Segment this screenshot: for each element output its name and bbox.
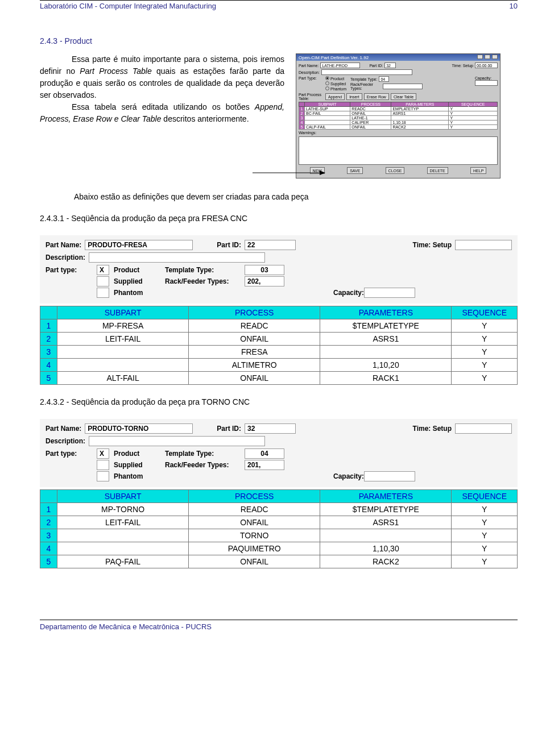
table-seq1: SUBPART PROCESS PARAMETERS SEQUENCE 1MP-…	[40, 306, 518, 385]
th-parameters: PARA-METERS	[391, 102, 449, 107]
value-capacity	[364, 471, 415, 481]
label-part-name: Part Name:	[299, 64, 318, 68]
table-row: 3TORNOY	[40, 529, 518, 542]
label-part-id: Part ID:	[217, 241, 241, 249]
table-row: 5ALT-FAILONFAILRACK1Y	[40, 372, 518, 385]
button-erase-row[interactable]: Erase Row	[364, 93, 389, 100]
section-title: 2.4.3 - Product	[40, 36, 518, 45]
value-x: X	[97, 265, 109, 275]
label-template-type: Template Type:	[165, 450, 245, 458]
close-icon[interactable]	[492, 55, 498, 59]
value-x3	[97, 471, 109, 481]
value-rack-feeder: 202,	[245, 276, 284, 286]
label-phantom: Phantom	[114, 472, 165, 480]
value-part-id: 22	[245, 240, 296, 250]
table-row: 2LEIT-FAILONFAILASRS1Y	[40, 333, 518, 346]
header-page-num: 10	[510, 2, 518, 10]
radio-phantom[interactable]: Phantom	[325, 86, 346, 91]
value-template-type: 04	[245, 448, 284, 459]
value-description	[89, 436, 265, 446]
table-seq2: SUBPART PROCESS PARAMETERS SEQUENCE 1MP-…	[40, 489, 518, 568]
app-titlebar: Open-CIM Part Definition Ver. 1.92	[296, 54, 500, 61]
th-process: PROCESS	[350, 102, 391, 107]
heading-seq2: 2.4.3.2 - Seqüência da produção da peça …	[40, 397, 518, 406]
label-capacity: Capacity:	[296, 289, 364, 297]
label-part-name: Part Name:	[46, 425, 81, 433]
radio-supplied[interactable]: Supplied	[325, 81, 346, 86]
button-delete[interactable]: DELETE	[427, 167, 448, 174]
th-sequence: SEQUENCE	[452, 306, 518, 319]
value-x: X	[97, 448, 109, 459]
label-part-name: Part Name:	[46, 241, 81, 249]
value-x3	[97, 288, 109, 298]
input-description[interactable]	[321, 69, 412, 75]
th-subpart: SUBPART	[57, 306, 189, 319]
arrow-indicator	[253, 167, 326, 180]
table-row: 5PAQ-FAILONFAILRACK2Y	[40, 555, 518, 568]
label-capacity: Capacity:	[475, 76, 498, 80]
label-ppt: Part Process Table:	[299, 93, 324, 101]
footer-text: Departamento de Mecânica e Mecatrônica -…	[40, 622, 212, 631]
th-process: PROCESS	[189, 306, 320, 319]
table-row: 2LEIT-FAILONFAILASRS1Y	[40, 516, 518, 529]
button-clear-table[interactable]: Clear Table	[391, 93, 416, 100]
minimize-icon[interactable]	[477, 55, 483, 59]
button-help[interactable]: HELP	[470, 167, 486, 174]
input-capacity[interactable]	[475, 80, 498, 86]
label-product: Product	[114, 450, 165, 458]
table-row: 4PAQUIMETRO1,10,30Y	[40, 542, 518, 555]
page-header: Laboratório CIM - Computer Integrated Ma…	[40, 2, 518, 14]
label-product: Product	[114, 266, 165, 274]
label-description: Description:	[46, 437, 85, 445]
value-description	[89, 252, 265, 263]
header-title: Laboratório CIM - Computer Integrated Ma…	[40, 2, 216, 10]
input-template-type[interactable]: 04	[379, 76, 389, 82]
input-part-name[interactable]: LATHE-PROD	[320, 63, 360, 68]
button-insert[interactable]: Insert	[346, 93, 362, 100]
th-rownum	[40, 490, 57, 503]
label-phantom: Phantom	[114, 289, 165, 297]
value-x2	[97, 276, 109, 286]
label-part-id: Part ID:	[369, 64, 383, 68]
svg-marker-1	[320, 171, 325, 175]
maximize-icon[interactable]	[485, 55, 490, 59]
input-rack-feeder[interactable]	[383, 84, 423, 89]
label-capacity: Capacity:	[296, 472, 364, 480]
app-window: Open-CIM Part Definition Ver. 1.92 Part …	[296, 53, 500, 178]
value-time-setup	[455, 240, 512, 250]
th-sequence: SEQU-ENCE	[449, 102, 498, 107]
value-capacity	[364, 288, 415, 298]
button-save[interactable]: SAVE	[347, 167, 363, 174]
form-seq1: Part Name: PRODUTO-FRESA Part ID: 22 Tim…	[40, 235, 518, 304]
th-subpart: SUBPART	[305, 102, 350, 107]
button-close[interactable]: CLOSE	[386, 167, 405, 174]
th-parameters: PARAMETERS	[320, 306, 452, 319]
value-part-name: PRODUTO-TORNO	[85, 423, 193, 434]
sub-statement: Abaixo estão as definições que devem ser…	[74, 192, 518, 201]
label-rack-feeder: Rack/Feeder Types:	[350, 82, 381, 90]
label-time-setup: Time: Setup	[413, 425, 452, 433]
heading-seq1: 2.4.3.1 - Seqüência da produção da peça …	[40, 214, 518, 223]
app-ppt-table: SUBPART PROCESS PARA-METERS SEQU-ENCE 1L…	[299, 102, 498, 130]
form-seq2: Part Name: PRODUTO-TORNO Part ID: 32 Tim…	[40, 419, 518, 487]
input-time[interactable]: 00.00.00	[475, 63, 498, 68]
value-part-name: PRODUTO-FRESA	[85, 240, 193, 250]
th-process: PROCESS	[189, 490, 320, 503]
table-row: 3LATHE-1Y	[299, 116, 498, 121]
label-part-type: Part Type:	[299, 76, 324, 80]
button-append[interactable]: Append	[325, 93, 345, 100]
intro-text: Essa parte é muito importante para o sis…	[40, 53, 284, 125]
page-footer: Departamento de Mecânica e Mecatrônica -…	[40, 620, 518, 631]
table-row: 5CALP-FAILONFAILRACK2Y	[299, 125, 498, 130]
value-time-setup	[455, 423, 512, 434]
table-row: 4CALIPER1,10,18Y	[299, 121, 498, 125]
label-part-id: Part ID:	[217, 425, 241, 433]
label-time: Time: Setup	[452, 64, 473, 68]
th-rownum	[40, 306, 57, 319]
label-template-type: Template Type:	[350, 77, 377, 81]
radio-product[interactable]: Product	[325, 76, 346, 81]
label-time-setup: Time: Setup	[413, 241, 452, 249]
label-supplied: Supplied	[114, 461, 165, 469]
table-row: 1MP-FRESAREADC$TEMPLATETYPEY	[40, 319, 518, 333]
input-part-id[interactable]: 32	[384, 63, 396, 68]
